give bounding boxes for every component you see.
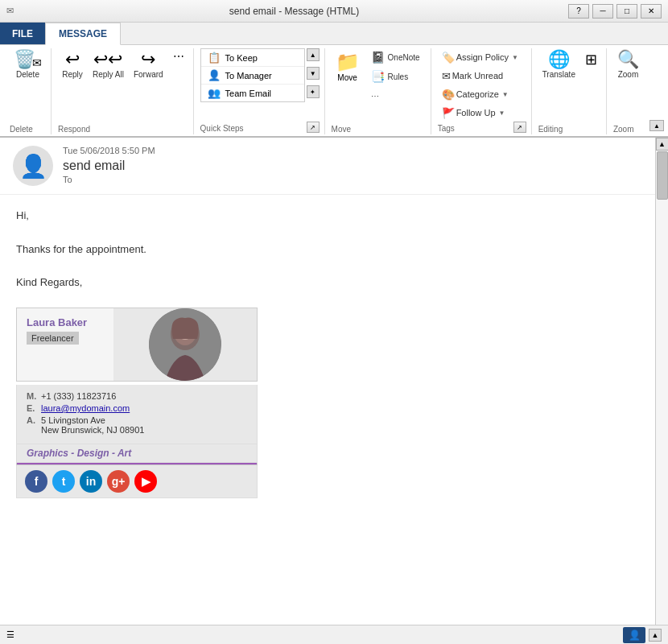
delete-group-footer: Delete [10, 123, 46, 134]
zoom-group-label: Zoom [613, 123, 634, 134]
email-value[interactable]: laura@mydomain.com [41, 403, 130, 413]
tags-group-label: Tags [438, 122, 455, 134]
sig-tagline: Graphics - Design - Art [16, 444, 258, 463]
status-scroll-up[interactable]: ▲ [649, 629, 662, 642]
zoom-button[interactable]: 🔍 Zoom [613, 48, 643, 81]
follow-up-arrow: ▼ [499, 109, 505, 117]
linkedin-icon: in [86, 475, 96, 488]
qs-item-tomanager[interactable]: 👤 To Manager [201, 67, 304, 85]
tab-file[interactable]: FILE [0, 23, 45, 44]
respond-more-button[interactable]: ⋯ [169, 48, 188, 66]
tab-message[interactable]: MESSAGE [45, 23, 121, 45]
status-bar: ☰ 👤 ▲ [0, 625, 668, 644]
group-quicksteps-content: 📋 To Keep 👤 To Manager 👥 Team Email ▲ ▼ … [200, 48, 320, 122]
translate-button[interactable]: 🌐 Translate [538, 48, 579, 81]
email-message: Hi, Thanks for the appointment. Kind Reg… [0, 195, 655, 304]
qs-scroll-down[interactable]: ▼ [307, 67, 320, 80]
address-line1: 5 Livingston Ave [41, 415, 105, 425]
youtube-button[interactable]: ▶ [134, 470, 157, 493]
onenote-button[interactable]: 📓 OneNote [365, 48, 426, 66]
address-label: A. [27, 415, 38, 435]
editing-more-button[interactable]: ⊞ [581, 48, 601, 72]
minimize-button[interactable]: ─ [592, 4, 613, 19]
teamemail-icon: 👥 [208, 87, 221, 99]
assign-policy-button[interactable]: 🏷️ Assign Policy ▼ [438, 48, 526, 66]
categorize-arrow: ▼ [502, 91, 509, 98]
ribbon-collapse-area: ▲ [649, 48, 664, 134]
zoom-icon: 🔍 [617, 51, 639, 68]
translate-label: Translate [542, 70, 575, 79]
onenote-icon: 📓 [371, 51, 385, 64]
scroll-track[interactable] [656, 151, 669, 644]
quicksteps-dialog-button[interactable]: ↗ [307, 122, 320, 133]
linkedin-button[interactable]: in [80, 470, 102, 493]
follow-up-button[interactable]: 🚩 Follow Up ▼ [438, 104, 526, 122]
sig-contacts: M. +1 (333) 11823716 E. laura@mydomain.c… [16, 385, 258, 444]
tags-dialog-button[interactable]: ↗ [513, 122, 526, 133]
mark-unread-button[interactable]: ✉ Mark Unread [438, 67, 526, 85]
qs-scroll-up[interactable]: ▲ [307, 48, 320, 61]
email-container: 👤 Tue 5/06/2018 5:50 PM send email To Hi… [0, 138, 668, 644]
email-date: Tue 5/06/2018 5:50 PM [63, 146, 642, 155]
phone-value: +1 (333) 11823716 [41, 391, 116, 401]
collapse-ribbon-button[interactable]: ▲ [649, 120, 664, 131]
ribbon: 🗑️ ✉ Delete Delete ↩ Reply ↩↩ Reply All [0, 45, 668, 138]
qs-item-tokeep[interactable]: 📋 To Keep [201, 49, 304, 67]
group-editing: 🌐 Translate ⊞ Editing [534, 48, 607, 134]
move-more-button[interactable]: ⋯ [365, 87, 426, 105]
sig-email-row: E. laura@mydomain.com [27, 403, 247, 413]
qs-expand[interactable]: ✦ [307, 85, 320, 98]
new-icon: ✉ [32, 57, 42, 68]
categorize-button[interactable]: 🎨 Categorize ▼ [438, 85, 526, 103]
facebook-icon: f [35, 475, 39, 488]
follow-up-icon: 🚩 [442, 107, 455, 119]
to-label: To [63, 175, 72, 184]
window-title: send email - Message (HTML) [20, 6, 568, 17]
email-label: E. [27, 403, 38, 413]
move-button[interactable]: 📁 Move [332, 48, 364, 85]
email-to-line: To [63, 175, 642, 184]
categorize-icon: 🎨 [442, 89, 455, 101]
qs-item-teamemail[interactable]: 👥 Team Email [201, 85, 304, 101]
group-respond-content: ↩ Reply ↩↩ Reply All ↪ Forward ⋯ [58, 48, 188, 123]
help-button[interactable]: ? [568, 4, 589, 19]
zoom-label: Zoom [618, 70, 639, 79]
group-zoom-content: 🔍 Zoom [613, 48, 643, 123]
qs-label-tokeep: To Keep [225, 53, 258, 63]
googleplus-icon: g+ [112, 475, 126, 488]
forward-button[interactable]: ↪ Forward [130, 48, 167, 81]
scroll-thumb[interactable] [657, 151, 668, 200]
reply-button[interactable]: ↩ Reply [58, 48, 87, 81]
translate-icon: 🌐 [548, 51, 570, 68]
reply-icon: ↩ [65, 51, 80, 68]
qs-label-tomanager: To Manager [225, 71, 272, 80]
move-group-footer: Move [332, 123, 426, 134]
move-group-label: Move [332, 123, 351, 134]
move-label: Move [337, 73, 357, 82]
email-body: 👤 Tue 5/06/2018 5:50 PM send email To Hi… [0, 138, 655, 644]
rules-button[interactable]: 📑 Rules [365, 68, 426, 85]
address-line2: New Brunswick, NJ 08901 [41, 425, 144, 435]
respond-more-icon: ⋯ [173, 51, 184, 62]
facebook-button[interactable]: f [25, 470, 47, 493]
maximize-button[interactable]: □ [616, 4, 637, 19]
googleplus-button[interactable]: g+ [107, 470, 130, 493]
user-icon[interactable]: 👤 [623, 627, 645, 643]
youtube-icon: ▶ [142, 475, 151, 488]
new-delete-button[interactable]: 🗑️ ✉ Delete [10, 48, 46, 81]
group-tags-content: 🏷️ Assign Policy ▼ ✉ Mark Unread 🎨 Categ… [438, 48, 526, 122]
status-left: ☰ [6, 630, 14, 640]
email-subject: send email [63, 159, 642, 173]
sender-avatar: 👤 [13, 146, 53, 186]
reply-all-icon: ↩↩ [93, 51, 122, 68]
close-button[interactable]: ✕ [641, 4, 662, 19]
twitter-button[interactable]: t [52, 470, 75, 493]
scroll-up-button[interactable]: ▲ [656, 138, 669, 151]
reply-all-button[interactable]: ↩↩ Reply All [89, 48, 128, 81]
tomanager-icon: 👤 [208, 69, 221, 81]
quicksteps-group-label: Quick Steps [200, 122, 244, 134]
sig-left: Laura Baker Freelancer [17, 308, 113, 381]
move-icon: 📁 [336, 51, 360, 73]
sig-photo [149, 308, 221, 381]
assign-policy-label: Assign Policy [456, 52, 509, 62]
